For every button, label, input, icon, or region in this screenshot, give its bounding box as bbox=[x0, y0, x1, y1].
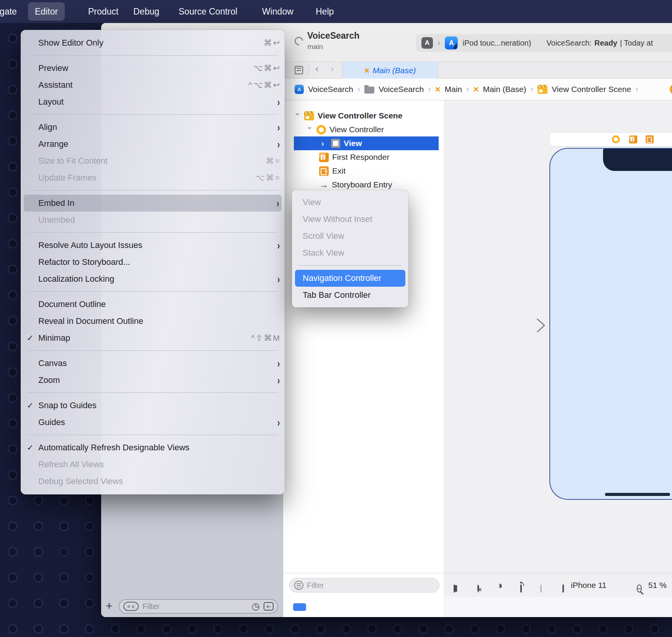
menubar-item-debug[interactable]: Debug bbox=[126, 0, 166, 23]
menubar-item-source-control[interactable]: Source Control bbox=[172, 0, 244, 23]
breadcrumb-group[interactable]: VoiceSearch bbox=[379, 85, 424, 94]
zoom-out-icon[interactable]: − bbox=[637, 584, 642, 593]
submenu-arrow-icon: › bbox=[277, 416, 280, 428]
run-destination-label[interactable]: iPod touc...neration) bbox=[462, 39, 531, 48]
checkmark-icon: ✓ bbox=[27, 333, 34, 343]
menu-item-assistant[interactable]: Assistant^⌥⌘↩ bbox=[21, 77, 285, 94]
storyboard-entry-arrow-icon: → bbox=[319, 180, 328, 189]
sourcecontrol-status-icon[interactable]: +- bbox=[264, 602, 274, 611]
navigator-filter-field[interactable]: ≡∨ Filter ◷ +- bbox=[119, 599, 278, 614]
project-title-block: VoiceSearch main bbox=[307, 31, 359, 51]
menu-separator bbox=[28, 55, 278, 56]
exit-icon[interactable] bbox=[646, 135, 654, 143]
breadcrumb-scene[interactable]: View Controller Scene bbox=[552, 85, 631, 94]
outline-row-view-controller[interactable]: › View Controller bbox=[283, 123, 444, 136]
scene-icon bbox=[304, 111, 314, 120]
menu-item-show-editor-only[interactable]: Show Editor Only⌘↩ bbox=[21, 34, 285, 51]
menu-item-document-outline[interactable]: Document Outline bbox=[21, 296, 285, 313]
menu-item-localization-locking[interactable]: Localization Locking› bbox=[21, 271, 285, 287]
toolbar-partial-button-icon[interactable] bbox=[293, 35, 305, 47]
forward-chevron-icon[interactable]: › bbox=[331, 63, 334, 75]
add-button[interactable]: + bbox=[106, 599, 113, 612]
device-icon[interactable] bbox=[562, 584, 564, 593]
disclosure-chevron-icon[interactable]: › bbox=[321, 139, 328, 148]
scheme-status-bar[interactable]: A › A iPod touc...neration) VoiceSearch:… bbox=[416, 34, 672, 52]
outline-toggle-icon[interactable] bbox=[454, 584, 455, 593]
storyboard-file-icon: × bbox=[435, 85, 441, 94]
submenu-item-tab-bar-controller[interactable]: Tab Bar Controller bbox=[292, 287, 408, 304]
menu-item-snap-to-guides[interactable]: ✓ Snap to Guides bbox=[21, 397, 285, 414]
breadcrumb-file[interactable]: Main bbox=[445, 85, 462, 94]
breadcrumb-separator: › bbox=[357, 84, 360, 94]
device-name-label[interactable]: iPhone 11 bbox=[571, 581, 606, 590]
submenu-arrow-icon: › bbox=[277, 273, 280, 285]
menu-item-zoom[interactable]: Zoom› bbox=[21, 372, 285, 389]
submenu-arrow-icon: › bbox=[277, 138, 280, 150]
menu-item-align[interactable]: Align› bbox=[21, 119, 285, 136]
outline-filter-field[interactable]: Filter bbox=[289, 578, 439, 593]
menubar-item-product[interactable]: Product bbox=[81, 0, 125, 23]
outline-row-storyboard-entry[interactable]: → Storyboard Entry bbox=[283, 178, 444, 192]
navigator-filter-placeholder: Filter bbox=[143, 602, 248, 611]
outline-row-view-selected[interactable]: › View bbox=[283, 136, 444, 150]
menu-item-layout[interactable]: Layout› bbox=[21, 94, 285, 110]
menu-item-preview[interactable]: Preview⌥⌘↩ bbox=[21, 60, 285, 77]
menu-separator bbox=[28, 435, 278, 435]
status-state: Ready bbox=[594, 39, 617, 48]
menu-item-refresh-all-views: Refresh All Views bbox=[21, 456, 285, 473]
submenu-arrow-icon: › bbox=[277, 357, 280, 369]
recent-files-icon[interactable]: ◷ bbox=[252, 602, 260, 611]
menu-item-guides[interactable]: Guides› bbox=[21, 414, 285, 431]
breadcrumb-localization[interactable]: Main (Base) bbox=[483, 85, 526, 94]
menu-separator bbox=[28, 291, 278, 292]
outline-row-first-responder[interactable]: First Responder bbox=[283, 150, 444, 164]
filter-options-icon[interactable]: ≡∨ bbox=[123, 602, 139, 611]
view-controller-icon-partial bbox=[670, 84, 672, 95]
submenu-item-scroll-view: Scroll View bbox=[292, 228, 408, 245]
menu-item-arrange[interactable]: Arrange› bbox=[21, 136, 285, 153]
breadcrumb-separator: › bbox=[428, 84, 431, 94]
first-responder-icon[interactable] bbox=[629, 135, 637, 143]
menu-item-canvas[interactable]: Canvas› bbox=[21, 355, 285, 372]
menu-item-minimap[interactable]: ✓ Minimap^⇧⌘M bbox=[21, 330, 285, 346]
accessibility-icon[interactable] bbox=[477, 584, 479, 593]
home-indicator bbox=[605, 493, 670, 496]
editor-area: ‹ › × Main (Base) A VoiceSearch › VoiceS… bbox=[283, 62, 672, 617]
breadcrumb-separator: › bbox=[531, 84, 533, 94]
menu-item-update-frames: Update Frames⌥⌘= bbox=[21, 169, 285, 186]
rotate-device-icon[interactable] bbox=[520, 584, 522, 593]
submenu-arrow-icon: › bbox=[277, 374, 280, 386]
tab-main-base[interactable]: × Main (Base) bbox=[342, 62, 438, 79]
iphone-view-frame[interactable] bbox=[549, 148, 672, 500]
disclosure-chevron-icon[interactable]: › bbox=[306, 126, 315, 133]
editor-content: › View Controller Scene › View Controlle… bbox=[283, 100, 672, 617]
menu-item-unembed: Unembed bbox=[21, 212, 285, 228]
outline-row-exit[interactable]: Exit bbox=[283, 164, 444, 178]
related-items-icon[interactable] bbox=[295, 66, 303, 74]
project-app-icon: A bbox=[295, 85, 304, 94]
menu-item-resolve-auto-layout-issues[interactable]: Resolve Auto Layout Issues› bbox=[21, 237, 285, 254]
submenu-item-navigation-controller[interactable]: Navigation Controller bbox=[295, 270, 405, 287]
split-editor-icon[interactable] bbox=[540, 584, 542, 593]
menu-item-automatically-refresh-designable-views[interactable]: ✓ Automatically Refresh Designable Views bbox=[21, 439, 285, 456]
storyboard-canvas[interactable]: ◑ iPhone 11 − 51 % bbox=[444, 100, 672, 617]
back-chevron-icon[interactable]: ‹ bbox=[315, 63, 319, 75]
menubar-item-navigate-partial[interactable]: igate bbox=[0, 0, 19, 23]
menubar-item-window[interactable]: Window bbox=[255, 0, 300, 23]
menu-item-refactor-to-storyboard[interactable]: Refactor to Storyboard... bbox=[21, 254, 285, 271]
exit-icon bbox=[319, 166, 329, 176]
storyboard-entry-arrow[interactable] bbox=[507, 317, 552, 334]
menubar-item-editor[interactable]: Editor bbox=[28, 0, 65, 23]
tabbar-divider bbox=[308, 66, 309, 75]
menu-item-embed-in[interactable]: Embed In› bbox=[24, 195, 282, 212]
disclosure-chevron-icon[interactable]: › bbox=[293, 113, 302, 119]
view-controller-icon[interactable] bbox=[612, 135, 620, 143]
appearance-contrast-icon[interactable]: ◑ bbox=[497, 580, 503, 590]
canvas-control-bar: ◑ iPhone 11 − 51 % bbox=[444, 573, 672, 597]
menu-item-reveal-in-document-outline[interactable]: Reveal in Document Outline bbox=[21, 313, 285, 330]
zoom-level-label[interactable]: 51 % bbox=[648, 581, 667, 590]
breadcrumb-project[interactable]: VoiceSearch bbox=[308, 85, 353, 94]
outline-row-scene[interactable]: › View Controller Scene bbox=[283, 109, 444, 123]
menubar-item-help[interactable]: Help bbox=[309, 0, 341, 23]
bezels-toggle-button[interactable] bbox=[293, 603, 306, 611]
